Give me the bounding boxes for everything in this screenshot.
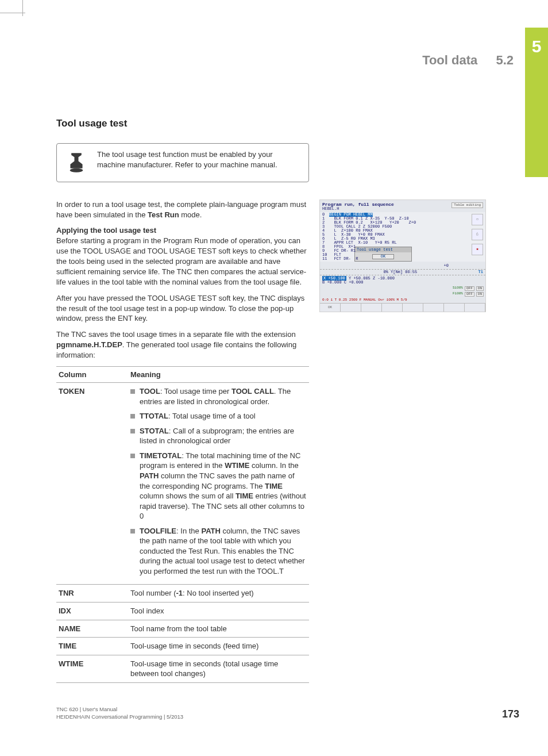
- running-header: Tool data 5.2: [422, 53, 514, 68]
- cell-meaning: Tool index: [128, 603, 309, 620]
- side-icon: ⎙: [472, 229, 483, 240]
- cell-column: WTIME: [56, 655, 128, 682]
- table-row: WTIMETool-usage time in seconds (total u…: [56, 655, 309, 682]
- table-row: TNRTool number (-1: No tool inserted yet…: [56, 585, 309, 603]
- machine-icon: [65, 149, 88, 176]
- chapter-tab: 5: [525, 28, 548, 177]
- cell-meaning: Tool number (-1: No tool inserted yet): [128, 585, 309, 603]
- table-row: TOKEN TOOL: Tool usage time per TOOL CAL…: [56, 383, 309, 585]
- crop-mark-vertical: [22, 0, 23, 16]
- axis-readout: X +50.100 Y +50.005 Z -10.000 B +0.000 C…: [320, 275, 485, 286]
- cell-meaning: Tool name from the tool table: [128, 620, 309, 638]
- scr-status-t: +0: [320, 263, 485, 269]
- bullet-icon: [130, 429, 135, 433]
- intro-paragraph: In order to run a tool usage test, the c…: [56, 199, 309, 220]
- page-number: 173: [502, 708, 519, 720]
- header-title: Tool data: [422, 53, 477, 67]
- section-title: Tool usage test: [56, 118, 499, 129]
- softkey: OK: [320, 304, 341, 312]
- cell-column: IDX: [56, 603, 128, 620]
- note-text: The tool usage test function must be ena…: [97, 149, 300, 170]
- footer-text: TNC 620 | User's Manual HEIDENHAIN Conve…: [56, 706, 183, 720]
- bullet-icon: [130, 414, 135, 419]
- subheading: Applying the tool usage test: [56, 226, 309, 235]
- bullet-icon: [130, 529, 135, 534]
- table-row: TIMETool-usage time in seconds (feed tim…: [56, 638, 309, 655]
- cell-column: TNR: [56, 585, 128, 603]
- th-column: Column: [56, 367, 128, 383]
- cell-meaning: Tool-usage time in seconds (feed time): [128, 638, 309, 655]
- softkey-row: OK: [320, 303, 485, 312]
- dialog-ok-button: OK: [372, 254, 394, 259]
- svg-point-0: [70, 168, 83, 172]
- scr-file: HEBEL.H: [322, 207, 394, 211]
- bullet-icon: [130, 389, 135, 394]
- side-icon: ▭: [472, 214, 483, 225]
- body-paragraph: Before starting a program in the Program…: [56, 236, 309, 287]
- scr-mode-tab: Table editing: [451, 202, 483, 208]
- th-meaning: Meaning: [128, 367, 309, 383]
- bullet-icon: [130, 454, 135, 458]
- dialog-title: Tool usage test: [355, 247, 411, 252]
- text: The TNC saves the tool usage times in a …: [56, 330, 296, 339]
- text: mode.: [179, 210, 202, 219]
- header-section: 5.2: [496, 53, 514, 67]
- note-box: The tool usage test function must be ena…: [56, 143, 309, 182]
- cell-column: TIME: [56, 638, 128, 655]
- cell-meaning: TOOL: Tool usage time per TOOL CALL. The…: [128, 383, 309, 585]
- table-row: IDXTool index: [56, 603, 309, 620]
- text-bold: Test Run: [148, 210, 179, 219]
- cell-column: TOKEN: [56, 383, 128, 585]
- body-paragraph: The TNC saves the tool usage times in a …: [56, 329, 309, 360]
- tnc-screenshot: Program run, full sequence HEBEL.H Table…: [319, 199, 486, 312]
- crop-mark-horizontal: [0, 13, 25, 13]
- body-paragraph: After you have pressed the TOOL USAGE TE…: [56, 293, 309, 324]
- popup-dialog: Tool usage test OK: [354, 247, 412, 262]
- table-row: NAMETool name from the tool table: [56, 620, 309, 638]
- cell-meaning: Tool-usage time in seconds (total usage …: [128, 655, 309, 682]
- cell-column: NAME: [56, 620, 128, 638]
- text-bold: pgmname.H.T.DEP: [56, 340, 122, 349]
- side-icon-bar: ▭ ⎙ ✱: [472, 214, 484, 255]
- definition-table: Column Meaning TOKEN TOOL: Tool usage ti…: [56, 366, 309, 683]
- side-icon: ✱: [472, 244, 483, 255]
